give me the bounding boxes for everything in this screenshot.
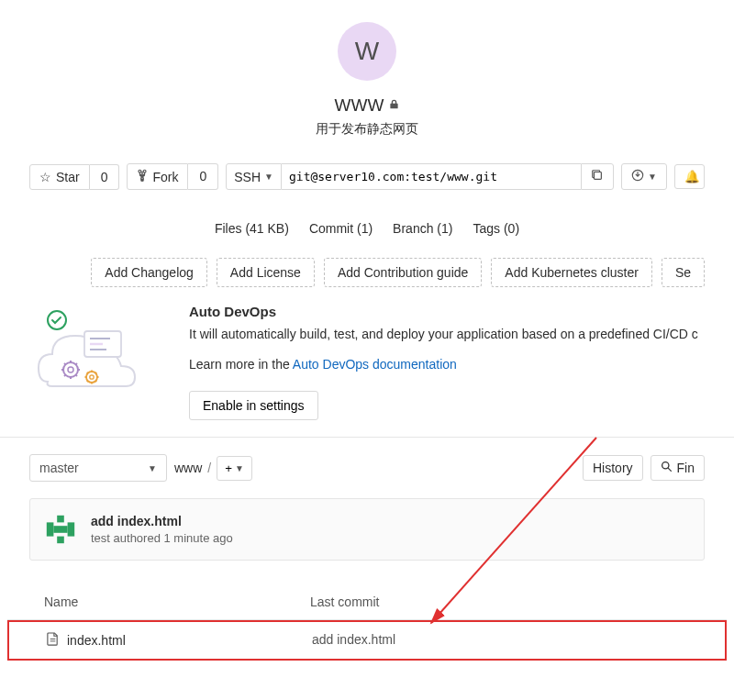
breadcrumb-root[interactable]: www (174, 461, 202, 475)
column-name-header: Name (44, 594, 310, 609)
devops-title: Auto DevOps (189, 304, 698, 319)
last-commit-meta: test authored 1 minute ago (91, 531, 233, 545)
find-label: Fin (677, 461, 695, 475)
stats-commits[interactable]: Commit (1) (309, 221, 373, 236)
notification-dropdown[interactable]: 🔔 (674, 164, 705, 189)
enable-settings-button[interactable]: Enable in settings (189, 391, 318, 420)
add-kubernetes-button[interactable]: Add Kubernetes cluster (491, 258, 652, 287)
history-button[interactable]: History (583, 455, 643, 481)
download-dropdown[interactable]: ▼ (621, 163, 667, 190)
star-icon: ☆ (39, 170, 51, 184)
project-description: 用于发布静态网页 (0, 121, 734, 138)
svg-rect-3 (595, 172, 602, 180)
last-commit-message[interactable]: add index.html (91, 514, 233, 528)
download-icon (631, 169, 644, 184)
fork-icon (137, 169, 148, 184)
copy-icon (591, 171, 604, 184)
svg-point-1 (144, 170, 147, 172)
stats-branches[interactable]: Branch (1) (393, 221, 452, 236)
svg-rect-17 (47, 522, 54, 529)
svg-point-0 (139, 170, 141, 172)
setup-cicd-button[interactable]: Se (662, 258, 705, 287)
stats-tags[interactable]: Tags (0) (473, 221, 519, 236)
find-file-button[interactable]: Fin (651, 455, 705, 481)
add-contribution-button[interactable]: Add Contribution guide (324, 258, 482, 287)
svg-rect-18 (68, 522, 75, 529)
file-row[interactable]: index.html add index.html (9, 622, 725, 659)
fork-label: Fork (152, 170, 178, 184)
chevron-down-icon: ▼ (264, 172, 273, 182)
chevron-down-icon: ▼ (148, 463, 157, 473)
project-name: WWW (335, 95, 384, 116)
devops-illustration (29, 304, 167, 405)
chevron-down-icon: ▼ (235, 463, 244, 473)
svg-rect-16 (57, 516, 64, 523)
fork-count[interactable]: 0 (188, 163, 218, 190)
bell-icon: 🔔 (684, 170, 700, 183)
plus-icon: + (225, 461, 232, 475)
star-count[interactable]: 0 (90, 164, 120, 190)
svg-rect-21 (68, 529, 75, 537)
svg-rect-22 (57, 537, 64, 544)
star-label: Star (56, 170, 80, 184)
svg-point-13 (90, 375, 94, 379)
devops-doc-link[interactable]: Auto DevOps documentation (293, 357, 457, 372)
column-commit-header: Last commit (310, 594, 690, 609)
protocol-label: SSH (234, 170, 261, 184)
copy-url-button[interactable] (581, 163, 614, 190)
lock-icon (389, 99, 399, 112)
commit-author-identicon (43, 512, 78, 547)
clone-url-input[interactable] (282, 163, 581, 190)
breadcrumb-separator: / (207, 461, 211, 475)
branch-select[interactable]: master ▼ (29, 454, 167, 482)
devops-description: It will automatically build, test, and d… (189, 325, 698, 344)
svg-line-15 (668, 468, 671, 471)
branch-name: master (39, 461, 79, 475)
project-avatar: W (338, 22, 396, 81)
add-license-button[interactable]: Add License (217, 258, 315, 287)
svg-point-11 (68, 367, 73, 372)
chevron-down-icon: ▼ (648, 172, 657, 182)
add-changelog-button[interactable]: Add Changelog (91, 258, 207, 287)
protocol-dropdown[interactable]: SSH ▼ (226, 163, 282, 190)
star-button[interactable]: ☆ Star (29, 164, 90, 190)
svg-rect-20 (47, 529, 54, 537)
devops-learn-prefix: Learn more in the (189, 357, 293, 372)
avatar-letter: W (355, 37, 379, 66)
add-file-dropdown[interactable]: + ▼ (217, 456, 252, 481)
fork-button[interactable]: Fork (127, 163, 188, 190)
stats-files[interactable]: Files (41 KB) (215, 221, 289, 236)
file-last-commit[interactable]: add index.html (312, 632, 688, 649)
file-icon (46, 632, 60, 649)
search-icon (661, 461, 673, 475)
svg-rect-19 (53, 526, 67, 533)
file-name: index.html (67, 633, 126, 648)
